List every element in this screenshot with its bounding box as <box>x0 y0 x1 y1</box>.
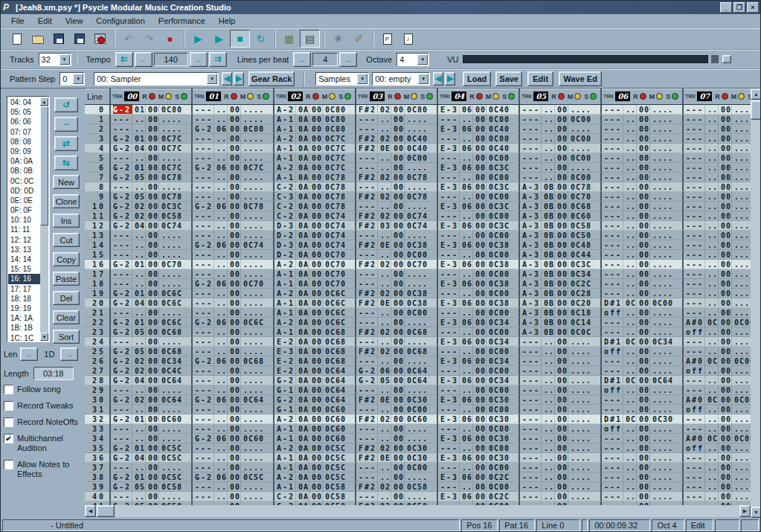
sequence-entry[interactable]: 0D: 0D <box>8 186 40 196</box>
pattern-cell[interactable]: D-30A000C74 <box>274 240 356 250</box>
chevron-down-icon[interactable]: ▼ <box>207 74 217 84</box>
m-led-icon[interactable] <box>738 93 745 100</box>
seq-rotate-button[interactable]: ↺ <box>54 97 78 112</box>
multichannel-audition-checkbox[interactable]: ✔ <box>4 434 13 443</box>
pattern-cell[interactable]: ---..00.... <box>356 124 438 134</box>
pattern-cell[interactable]: F#202000C78 <box>356 192 438 202</box>
instrument-next-button[interactable]: ▶ <box>445 72 455 86</box>
pattern-cell[interactable]: E-306000C2C <box>438 492 520 501</box>
sequence-entry[interactable]: 07: 07 <box>8 127 40 137</box>
pattern-cell[interactable]: ---..00.... <box>193 192 274 202</box>
pattern-cell[interactable]: G-205000C68 <box>111 327 193 337</box>
s-led-icon[interactable] <box>344 93 351 100</box>
cleanup-button[interactable]: ✐ <box>349 30 369 48</box>
pattern-cell[interactable]: ---..00.... <box>602 202 684 211</box>
chevron-down-icon[interactable]: ▼ <box>73 74 83 84</box>
pattern-cell[interactable]: ---..00.... <box>602 105 684 115</box>
pattern-cell[interactable]: E-306000C38 <box>438 298 520 308</box>
sequence-entry[interactable]: 0B: 0B <box>8 166 40 176</box>
pattern-cell[interactable]: G-201000C5C <box>111 472 193 482</box>
pattern-cell[interactable]: E-306000C2C <box>438 472 520 482</box>
pattern-cell[interactable]: ---..00.... <box>193 289 274 298</box>
horizontal-scrollbar[interactable]: ◀ ▶ <box>85 505 751 517</box>
pattern-cell[interactable]: ---..00.... <box>193 250 274 260</box>
pattern-cell[interactable]: A#00C000C00 <box>684 318 751 327</box>
vu-slider-handle[interactable] <box>722 55 731 63</box>
pattern-cell[interactable]: ---..00.... <box>356 231 438 240</box>
pattern-cell[interactable]: G-205000C68 <box>111 347 193 356</box>
pattern-cell[interactable]: ---..00.... <box>602 472 684 482</box>
pattern-cell[interactable]: D#10C000C34 <box>602 337 684 347</box>
pattern-cell[interactable]: ---..00.... <box>111 337 193 347</box>
pattern-cell[interactable]: ---..00.... <box>602 366 684 376</box>
pattern-cell[interactable]: ---..00.... <box>111 115 193 124</box>
pattern-cell[interactable]: ---..00.... <box>602 269 684 279</box>
sequence-entry[interactable]: 15: 15 <box>8 264 40 274</box>
pattern-cell[interactable]: ---..00.... <box>602 405 684 414</box>
pattern-cell[interactable]: F#202000C38 <box>356 289 438 298</box>
pattern-cell[interactable]: A-20A000C6C <box>274 318 356 327</box>
octave-combo[interactable]: 4 ▼ <box>396 53 429 66</box>
pattern-cell[interactable]: ---..00.... <box>684 376 751 385</box>
pattern-cell[interactable]: A-30B000C60 <box>520 211 602 221</box>
pattern-cell[interactable]: ---..000C00 <box>438 134 520 144</box>
pattern-cell[interactable]: E-306000C34 <box>438 356 520 366</box>
sequence-entry[interactable]: 08: 08 <box>8 137 40 147</box>
pattern-cell[interactable]: F#202000C80 <box>356 105 438 115</box>
pattern-cell[interactable]: ---..00.... <box>111 492 193 501</box>
pattern-cell[interactable]: ---..00.... <box>193 492 274 501</box>
pattern-cell[interactable]: ---..00.... <box>684 240 751 250</box>
machines-view-button[interactable]: ▦ <box>279 30 299 48</box>
pattern-cell[interactable]: ---..00.... <box>111 153 193 163</box>
pattern-cell[interactable]: G-202000C4C <box>111 366 193 376</box>
scrollbar-thumb[interactable] <box>40 106 48 225</box>
sequence-entry[interactable]: 16: 16 <box>8 274 40 283</box>
pattern-cell[interactable]: G-201000C6C <box>111 318 193 327</box>
pattern-cell[interactable]: ---..00.... <box>684 385 751 395</box>
pattern-cell[interactable]: ---..000C00 <box>438 231 520 240</box>
pattern-cell[interactable]: E-306000C30 <box>438 453 520 463</box>
tempo-inc-button[interactable]: → <box>190 52 208 67</box>
pattern-cell[interactable]: G-201000C60 <box>111 414 193 424</box>
sequence-entry[interactable]: 10: 10 <box>8 215 40 225</box>
pattern-cell[interactable]: A-10A000C70 <box>274 279 356 289</box>
cut-pattern-button[interactable]: Cut <box>53 233 80 247</box>
pattern-cell[interactable]: G-202000C64 <box>111 395 193 405</box>
pattern-cell[interactable]: ---..00.... <box>684 250 751 260</box>
pattern-cell[interactable]: off..00.... <box>684 405 751 414</box>
pattern-cell[interactable]: ---..000C00 <box>438 173 520 182</box>
pattern-cell[interactable]: G-206000C60 <box>193 434 274 443</box>
sequence-entry[interactable]: 1A: 1A <box>8 313 40 323</box>
pattern-cell[interactable]: ---..00.... <box>193 115 274 124</box>
pattern-cell[interactable]: ---..00.... <box>602 134 684 144</box>
pattern-cell[interactable]: E-306000C38 <box>438 260 520 269</box>
pattern-cell[interactable]: A-30B000C34 <box>520 269 602 279</box>
load-button[interactable]: Load <box>463 71 491 86</box>
pattern-cell[interactable]: ---..00.... <box>602 395 684 405</box>
pattern-cell[interactable]: G-206000C74 <box>193 240 274 250</box>
pattern-cell[interactable]: E-306000C40 <box>438 124 520 134</box>
pattern-cell[interactable]: ---..00.... <box>520 163 602 173</box>
record-noteoffs-checkbox[interactable] <box>4 417 13 427</box>
pattern-cell[interactable]: ---..00.... <box>193 153 274 163</box>
pattern-cell[interactable]: A-10A000C60 <box>274 424 356 434</box>
follow-song-checkbox[interactable] <box>4 385 13 394</box>
pattern-cell[interactable]: ---..000C00 <box>520 134 602 144</box>
pattern-cell[interactable]: ---..00.... <box>193 376 274 385</box>
pattern-cell[interactable]: G-204000C64 <box>111 376 193 385</box>
pattern-cell[interactable]: ---..00.... <box>684 289 751 298</box>
sequence-entry[interactable]: 13: 13 <box>8 245 40 254</box>
pattern-cell[interactable]: ---..000C00 <box>438 347 520 356</box>
s-led-icon[interactable] <box>263 93 269 100</box>
pattern-cell[interactable]: ---..00.... <box>520 105 602 115</box>
pattern-cell[interactable]: C-30A000C78 <box>274 192 356 202</box>
pattern-cell[interactable]: ---..00.... <box>520 453 602 463</box>
tempo-dec10-button[interactable]: ⇇ <box>115 52 133 67</box>
seq-paste-button[interactable]: ⇆ <box>54 156 78 170</box>
pattern-cell[interactable]: ---..00.... <box>684 269 751 279</box>
pattern-cell[interactable]: G-206000C64 <box>356 366 438 376</box>
pattern-cell[interactable]: ---..00.... <box>684 153 751 163</box>
pattern-cell[interactable]: D-20A000C70 <box>274 250 356 260</box>
pattern-cell[interactable]: ---..00.... <box>193 327 274 337</box>
pattern-cell[interactable]: ---..00.... <box>602 221 684 231</box>
